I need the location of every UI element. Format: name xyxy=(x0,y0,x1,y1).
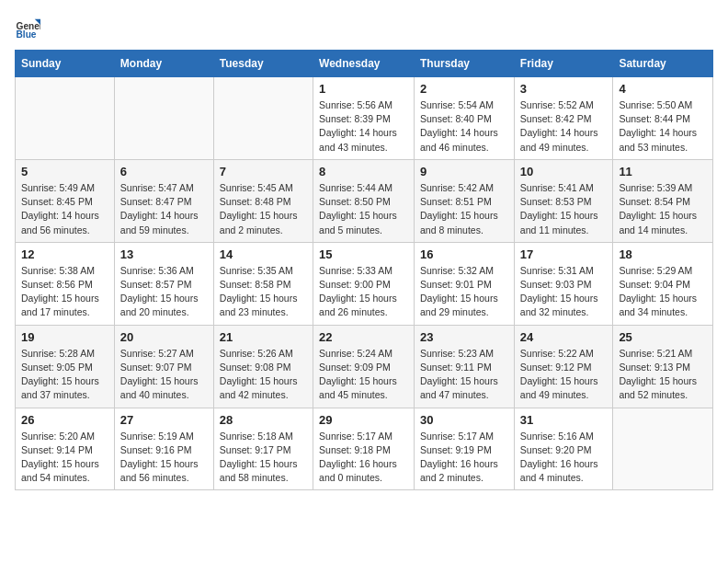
calendar-table: SundayMondayTuesdayWednesdayThursdayFrid… xyxy=(15,50,713,490)
logo: General Blue xyxy=(15,15,44,40)
calendar-cell: 7Sunrise: 5:45 AMSunset: 8:48 PMDaylight… xyxy=(213,159,313,242)
day-number: 3 xyxy=(520,82,608,96)
day-info: Sunrise: 5:26 AMSunset: 9:08 PMDaylight:… xyxy=(220,347,307,403)
weekday-header-thursday: Thursday xyxy=(415,51,515,77)
day-number: 19 xyxy=(21,330,108,344)
day-info: Sunrise: 5:42 AMSunset: 8:51 PMDaylight:… xyxy=(420,181,508,237)
calendar-cell: 31Sunrise: 5:16 AMSunset: 9:20 PMDayligh… xyxy=(514,408,613,490)
day-info: Sunrise: 5:20 AMSunset: 9:14 PMDaylight:… xyxy=(21,430,108,486)
calendar-cell: 18Sunrise: 5:29 AMSunset: 9:04 PMDayligh… xyxy=(613,242,713,325)
day-info: Sunrise: 5:27 AMSunset: 9:07 PMDaylight:… xyxy=(120,347,208,403)
day-number: 9 xyxy=(420,165,508,178)
day-info: Sunrise: 5:54 AMSunset: 8:40 PMDaylight:… xyxy=(420,98,508,155)
logo-icon: General Blue xyxy=(15,15,40,40)
calendar-cell xyxy=(613,408,713,490)
day-number: 10 xyxy=(520,165,608,178)
calendar-cell: 12Sunrise: 5:38 AMSunset: 8:56 PMDayligh… xyxy=(16,242,115,325)
calendar-cell xyxy=(16,77,115,160)
calendar-cell: 22Sunrise: 5:24 AMSunset: 9:09 PMDayligh… xyxy=(313,325,415,408)
day-info: Sunrise: 5:21 AMSunset: 9:13 PMDaylight:… xyxy=(619,347,707,403)
day-number: 20 xyxy=(120,330,208,344)
calendar-cell: 24Sunrise: 5:22 AMSunset: 9:12 PMDayligh… xyxy=(514,325,613,408)
day-info: Sunrise: 5:56 AMSunset: 8:39 PMDaylight:… xyxy=(319,98,408,155)
calendar-cell: 14Sunrise: 5:35 AMSunset: 8:58 PMDayligh… xyxy=(213,242,313,325)
calendar-cell: 26Sunrise: 5:20 AMSunset: 9:14 PMDayligh… xyxy=(16,408,115,490)
day-info: Sunrise: 5:17 AMSunset: 9:18 PMDaylight:… xyxy=(319,430,408,486)
calendar-cell: 25Sunrise: 5:21 AMSunset: 9:13 PMDayligh… xyxy=(613,325,713,408)
day-number: 29 xyxy=(319,413,408,427)
day-info: Sunrise: 5:31 AMSunset: 9:03 PMDaylight:… xyxy=(520,264,608,320)
weekday-header-wednesday: Wednesday xyxy=(313,51,415,77)
day-number: 4 xyxy=(619,82,707,96)
calendar-cell: 16Sunrise: 5:32 AMSunset: 9:01 PMDayligh… xyxy=(415,242,515,325)
day-info: Sunrise: 5:19 AMSunset: 9:16 PMDaylight:… xyxy=(120,430,208,486)
calendar-cell: 20Sunrise: 5:27 AMSunset: 9:07 PMDayligh… xyxy=(114,325,213,408)
calendar-cell: 3Sunrise: 5:52 AMSunset: 8:42 PMDaylight… xyxy=(514,77,613,160)
day-info: Sunrise: 5:29 AMSunset: 9:04 PMDaylight:… xyxy=(619,264,707,320)
day-info: Sunrise: 5:39 AMSunset: 8:54 PMDaylight:… xyxy=(619,181,707,237)
day-number: 14 xyxy=(220,247,307,261)
day-number: 13 xyxy=(120,247,208,261)
day-number: 2 xyxy=(420,82,508,96)
page-header: General Blue xyxy=(15,15,713,40)
day-info: Sunrise: 5:23 AMSunset: 9:11 PMDaylight:… xyxy=(420,347,508,403)
day-number: 6 xyxy=(120,165,208,178)
day-info: Sunrise: 5:22 AMSunset: 9:12 PMDaylight:… xyxy=(520,347,608,403)
day-number: 27 xyxy=(120,413,208,427)
weekday-header-tuesday: Tuesday xyxy=(213,51,313,77)
day-number: 28 xyxy=(220,413,307,427)
calendar-cell: 10Sunrise: 5:41 AMSunset: 8:53 PMDayligh… xyxy=(514,159,613,242)
day-info: Sunrise: 5:33 AMSunset: 9:00 PMDaylight:… xyxy=(319,264,408,320)
calendar-cell: 1Sunrise: 5:56 AMSunset: 8:39 PMDaylight… xyxy=(313,77,415,160)
day-info: Sunrise: 5:45 AMSunset: 8:48 PMDaylight:… xyxy=(220,181,307,237)
day-number: 16 xyxy=(420,247,508,261)
calendar-cell: 23Sunrise: 5:23 AMSunset: 9:11 PMDayligh… xyxy=(415,325,515,408)
day-number: 31 xyxy=(520,413,608,427)
day-number: 18 xyxy=(619,247,707,261)
day-number: 5 xyxy=(21,165,108,178)
calendar-header: SundayMondayTuesdayWednesdayThursdayFrid… xyxy=(16,51,713,77)
calendar-cell: 2Sunrise: 5:54 AMSunset: 8:40 PMDaylight… xyxy=(415,77,515,160)
calendar-cell: 28Sunrise: 5:18 AMSunset: 9:17 PMDayligh… xyxy=(213,408,313,490)
day-number: 8 xyxy=(319,165,408,178)
calendar-cell: 27Sunrise: 5:19 AMSunset: 9:16 PMDayligh… xyxy=(114,408,213,490)
day-number: 23 xyxy=(420,330,508,344)
calendar-cell: 30Sunrise: 5:17 AMSunset: 9:19 PMDayligh… xyxy=(415,408,515,490)
calendar-week-row: 1Sunrise: 5:56 AMSunset: 8:39 PMDaylight… xyxy=(16,77,713,160)
day-info: Sunrise: 5:16 AMSunset: 9:20 PMDaylight:… xyxy=(520,430,608,486)
day-number: 26 xyxy=(21,413,108,427)
weekday-header-friday: Friday xyxy=(514,51,613,77)
day-info: Sunrise: 5:35 AMSunset: 8:58 PMDaylight:… xyxy=(220,264,307,320)
weekday-header-row: SundayMondayTuesdayWednesdayThursdayFrid… xyxy=(16,51,713,77)
day-number: 22 xyxy=(319,330,408,344)
calendar-week-row: 5Sunrise: 5:49 AMSunset: 8:45 PMDaylight… xyxy=(16,159,713,242)
day-info: Sunrise: 5:52 AMSunset: 8:42 PMDaylight:… xyxy=(520,98,608,155)
day-info: Sunrise: 5:17 AMSunset: 9:19 PMDaylight:… xyxy=(420,430,508,486)
day-number: 12 xyxy=(21,247,108,261)
calendar-cell xyxy=(213,77,313,160)
calendar-cell: 15Sunrise: 5:33 AMSunset: 9:00 PMDayligh… xyxy=(313,242,415,325)
day-info: Sunrise: 5:28 AMSunset: 9:05 PMDaylight:… xyxy=(21,347,108,403)
weekday-header-monday: Monday xyxy=(114,51,213,77)
day-number: 15 xyxy=(319,247,408,261)
weekday-header-saturday: Saturday xyxy=(613,51,713,77)
calendar-cell: 8Sunrise: 5:44 AMSunset: 8:50 PMDaylight… xyxy=(313,159,415,242)
calendar-cell: 5Sunrise: 5:49 AMSunset: 8:45 PMDaylight… xyxy=(16,159,115,242)
calendar-body: 1Sunrise: 5:56 AMSunset: 8:39 PMDaylight… xyxy=(16,77,713,490)
calendar-week-row: 26Sunrise: 5:20 AMSunset: 9:14 PMDayligh… xyxy=(16,408,713,490)
day-number: 7 xyxy=(220,165,307,178)
day-info: Sunrise: 5:18 AMSunset: 9:17 PMDaylight:… xyxy=(220,430,307,486)
day-info: Sunrise: 5:50 AMSunset: 8:44 PMDaylight:… xyxy=(619,98,707,155)
calendar-cell: 19Sunrise: 5:28 AMSunset: 9:05 PMDayligh… xyxy=(16,325,115,408)
calendar-week-row: 12Sunrise: 5:38 AMSunset: 8:56 PMDayligh… xyxy=(16,242,713,325)
svg-text:Blue: Blue xyxy=(17,29,37,40)
calendar-cell: 11Sunrise: 5:39 AMSunset: 8:54 PMDayligh… xyxy=(613,159,713,242)
day-number: 21 xyxy=(220,330,307,344)
day-info: Sunrise: 5:49 AMSunset: 8:45 PMDaylight:… xyxy=(21,181,108,237)
calendar-week-row: 19Sunrise: 5:28 AMSunset: 9:05 PMDayligh… xyxy=(16,325,713,408)
calendar-cell: 17Sunrise: 5:31 AMSunset: 9:03 PMDayligh… xyxy=(514,242,613,325)
calendar-cell: 6Sunrise: 5:47 AMSunset: 8:47 PMDaylight… xyxy=(114,159,213,242)
calendar-cell: 13Sunrise: 5:36 AMSunset: 8:57 PMDayligh… xyxy=(114,242,213,325)
calendar-cell: 29Sunrise: 5:17 AMSunset: 9:18 PMDayligh… xyxy=(313,408,415,490)
day-info: Sunrise: 5:47 AMSunset: 8:47 PMDaylight:… xyxy=(120,181,208,237)
